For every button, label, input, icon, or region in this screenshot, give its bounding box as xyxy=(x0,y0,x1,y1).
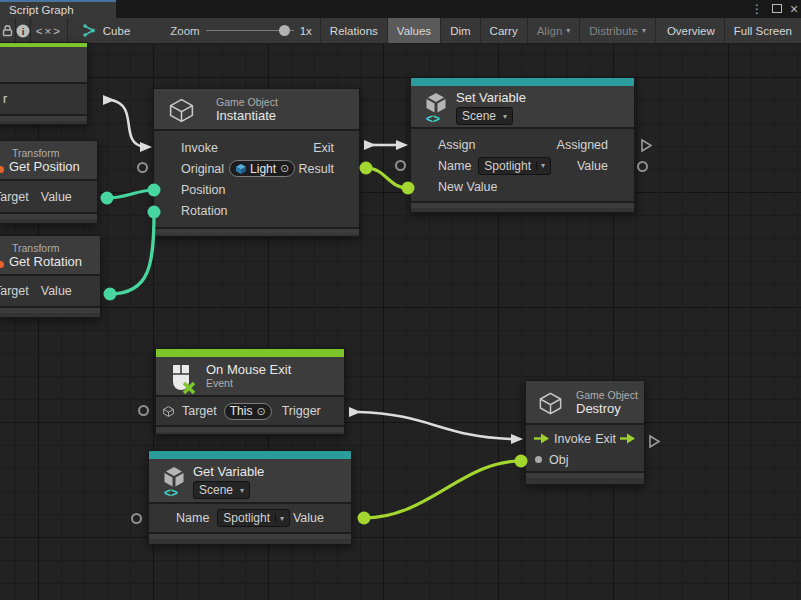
lock-icon xyxy=(0,23,15,38)
object-picker-icon[interactable]: ⊙ xyxy=(280,162,289,175)
game-object-cube-icon xyxy=(162,405,175,418)
node-subtitle: Event xyxy=(206,377,344,389)
variable-scope-dropdown[interactable]: Scene ▾ xyxy=(456,107,513,125)
edit-graph-button[interactable]: <×> xyxy=(31,18,68,43)
port-name-in[interactable] xyxy=(395,160,406,171)
node-category: Transform xyxy=(12,242,100,254)
node-partial-event[interactable]: r xyxy=(0,42,88,125)
target-port-label: Target xyxy=(0,190,29,204)
node-get-position[interactable]: Transform Get Position Target Value xyxy=(0,140,98,224)
info-button[interactable]: i xyxy=(16,18,31,43)
port-target-in[interactable] xyxy=(138,405,149,416)
svg-text:<>: <> xyxy=(164,486,178,499)
tab-script-graph[interactable]: Script Graph xyxy=(0,0,116,18)
name-port-label: Name xyxy=(176,511,209,525)
node-on-mouse-exit[interactable]: On Mouse Exit Event Target This ⊙ Trigge… xyxy=(155,348,345,435)
zoom-control: Zoom 1x xyxy=(144,18,321,43)
zoom-slider[interactable] xyxy=(206,30,294,31)
port-original-in[interactable] xyxy=(137,162,148,173)
zoom-label: Zoom xyxy=(170,25,199,37)
invoke-port-label: Invoke xyxy=(181,141,218,155)
variable-color-bar xyxy=(149,451,351,459)
title-bar: Script Graph ⋮ × xyxy=(0,0,801,18)
variable-name-dropdown[interactable]: Spotlight ▾ xyxy=(478,157,551,175)
node-title: Destroy xyxy=(576,401,644,416)
node-footer xyxy=(526,471,644,478)
values-button[interactable]: Values xyxy=(388,18,441,43)
node-get-rotation[interactable]: Transform Get Rotation Target Value xyxy=(0,235,101,318)
flow-in-arrow-icon xyxy=(534,433,550,444)
window-menu-icon[interactable]: ⋮ xyxy=(749,0,765,18)
chevron-down-icon: ▾ xyxy=(642,26,646,35)
lock-button[interactable] xyxy=(0,18,16,43)
target-object-field[interactable]: This ⊙ xyxy=(224,403,272,420)
transform-icon xyxy=(0,166,4,173)
node-footer xyxy=(154,227,359,234)
node-title: On Mouse Exit xyxy=(206,362,344,377)
distribute-label: Distribute xyxy=(589,25,638,37)
node-footer xyxy=(0,306,100,313)
target-port-label: Target xyxy=(0,284,29,298)
rotation-port-label: Rotation xyxy=(181,204,228,218)
name-port-label: Name xyxy=(438,159,471,173)
position-port-label: Position xyxy=(181,183,225,197)
game-object-cube-icon xyxy=(537,390,564,417)
window-maximize-icon[interactable] xyxy=(772,4,782,13)
node-title: Set Variable xyxy=(456,90,634,105)
exit-port-label: Exit xyxy=(595,432,616,446)
new-value-port-label: New Value xyxy=(438,180,498,194)
carry-button[interactable]: Carry xyxy=(481,18,528,43)
node-get-variable[interactable]: <> Get Variable Scene ▾ Name Spotlight ▾… xyxy=(148,450,352,545)
node-title: Instantiate xyxy=(216,108,359,123)
node-header xyxy=(0,47,87,84)
align-label: Align xyxy=(537,25,563,37)
original-port-label: Original xyxy=(181,162,224,176)
variable-name-dropdown[interactable]: Spotlight ▾ xyxy=(217,509,290,527)
node-title: Get Variable xyxy=(193,464,351,479)
node-title: Get Rotation xyxy=(9,254,100,269)
node-title: Get Position xyxy=(9,159,97,174)
variable-name-value: Spotlight xyxy=(223,511,270,525)
align-button[interactable]: Align ▾ xyxy=(528,18,581,43)
breadcrumb-graph-name: Cube xyxy=(103,25,131,37)
obj-port-dot[interactable] xyxy=(535,456,542,463)
port-exit-out[interactable] xyxy=(648,434,661,449)
original-object-field[interactable]: Light ⊙ xyxy=(229,160,295,177)
relations-button[interactable]: Relations xyxy=(321,18,388,43)
invoke-port-label: Invoke xyxy=(554,432,591,446)
node-category: Transform xyxy=(12,147,97,159)
chevron-down-icon: ▾ xyxy=(501,112,507,121)
node-set-variable[interactable]: <> Set Variable Scene ▾ Assign Assigned … xyxy=(410,77,635,213)
port-assigned-out[interactable] xyxy=(640,138,653,153)
unity-variable-icon: <> xyxy=(420,91,452,125)
node-destroy[interactable]: Game Object Destroy Invoke Exit Obj xyxy=(525,380,645,485)
port-value-out[interactable] xyxy=(637,161,648,172)
game-object-cube-icon xyxy=(167,96,196,125)
mouse-event-icon xyxy=(166,361,198,395)
info-icon: i xyxy=(16,24,30,38)
object-picker-icon[interactable]: ⊙ xyxy=(256,405,265,418)
node-instantiate[interactable]: Game Object Instantiate Invoke Exit Orig… xyxy=(153,88,360,237)
trigger-label-fragment: r xyxy=(3,92,7,106)
value-port-label: Value xyxy=(41,190,72,204)
overview-button[interactable]: Overview xyxy=(658,18,725,43)
event-color-bar xyxy=(156,349,344,357)
graph-canvas[interactable] xyxy=(0,44,801,600)
window-close-icon[interactable]: × xyxy=(786,0,801,18)
original-object-value: Light xyxy=(250,162,276,176)
node-footer xyxy=(0,114,87,121)
port-name-in[interactable] xyxy=(131,513,142,524)
node-category: Game Object xyxy=(216,96,359,108)
variable-color-bar xyxy=(411,78,634,86)
fullscreen-button[interactable]: Full Screen xyxy=(725,18,801,43)
dim-button[interactable]: Dim xyxy=(441,18,480,43)
node-footer xyxy=(411,201,634,208)
chevron-down-icon: ▾ xyxy=(238,486,244,495)
distribute-button[interactable]: Distribute ▾ xyxy=(580,18,656,43)
breadcrumb[interactable]: Cube xyxy=(68,18,145,43)
variable-scope-dropdown[interactable]: Scene ▾ xyxy=(193,481,250,499)
assigned-port-label: Assigned xyxy=(557,138,608,152)
node-footer xyxy=(0,212,97,219)
graph-toolbar: i <×> Cube Zoom 1x Relations Values Dim … xyxy=(0,18,801,44)
zoom-slider-handle[interactable] xyxy=(279,25,290,36)
